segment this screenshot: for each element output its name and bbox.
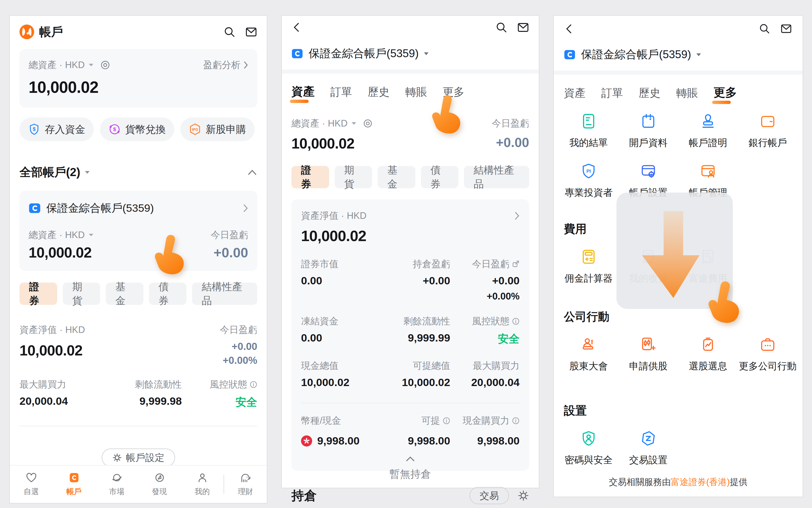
deposit-funds-button[interactable]: $ 存入資金: [19, 117, 94, 141]
gear-icon: [112, 453, 122, 462]
compass-icon: [154, 472, 165, 483]
net-assets-card[interactable]: 資產淨值 · HKD 10,000.02 證券市值 0.00 持倉盈虧 +0.0…: [291, 199, 529, 471]
tab-history[interactable]: 歷史: [639, 86, 660, 104]
all-accounts-header: 全部帳戶(2): [19, 164, 257, 180]
menu-password-security[interactable]: 密碼與安全: [559, 430, 618, 467]
menu-commission-calculator[interactable]: 佣金計算器: [559, 249, 618, 285]
frozen-funds-value: 0.00: [301, 332, 381, 344]
trade-button[interactable]: 交易: [469, 487, 509, 504]
search-icon[interactable]: [759, 23, 771, 35]
mail-icon[interactable]: [245, 26, 257, 38]
account-name: 保證金綜合帳戶(5359): [309, 46, 419, 61]
hk-flag-icon: [301, 435, 312, 447]
account-type-icon: [291, 48, 303, 59]
visibility-icon[interactable]: [100, 60, 111, 70]
margin-account-card[interactable]: 保證金綜合帳戶(5359) 總資產 · HKD 今日盈虧 10,000.02 +…: [19, 191, 257, 271]
total-assets-label[interactable]: 總資產 · HKD: [29, 59, 85, 71]
mail-icon[interactable]: [780, 23, 793, 35]
menu-account-proof[interactable]: 帳戶證明: [678, 113, 738, 149]
bank-card-icon: [760, 113, 776, 129]
nav-wealth[interactable]: 理財: [224, 472, 267, 497]
tab-transfer[interactable]: 轉賬: [676, 86, 698, 104]
menu-my-statements[interactable]: 我的結單: [559, 113, 618, 149]
position-pl-value: +0.00: [381, 274, 450, 287]
menu-professional-investor[interactable]: PI 專業投資者: [559, 163, 618, 199]
account-settings-button[interactable]: 帳戶設定: [102, 449, 175, 467]
settings-grid: 密碼與安全 交易設置: [559, 430, 798, 467]
account-asset-label[interactable]: 總資產 · HKD: [29, 229, 85, 241]
menu-account-info[interactable]: 開戶資料: [618, 113, 678, 149]
broker-link[interactable]: 富途證券(香港): [671, 477, 730, 487]
share-icon[interactable]: [512, 260, 520, 268]
menu-rights-subscription[interactable]: 申請供股: [618, 336, 678, 373]
chevron-down-icon: [696, 52, 702, 57]
tab-futures[interactable]: 期貨: [335, 166, 372, 188]
nav-watchlist[interactable]: 自選: [10, 472, 53, 497]
tab-funds[interactable]: 基金: [378, 166, 415, 188]
elephant-icon: [240, 472, 251, 483]
cash-total-value: 10,000.02: [301, 376, 381, 389]
corp-actions-section-title: 公司行動: [559, 309, 798, 324]
chevron-right-icon: [243, 204, 248, 213]
tab-bonds[interactable]: 債券: [149, 283, 187, 305]
card-gear-icon: [640, 163, 656, 179]
withdrawable-label: 可提總值: [381, 359, 450, 372]
nav-account[interactable]: 帳戶: [53, 472, 95, 497]
trade-settings-icon: [640, 430, 656, 447]
tab-orders[interactable]: 訂單: [330, 85, 352, 103]
nav-discover[interactable]: 發現: [138, 472, 181, 497]
nav-markets[interactable]: 市場: [95, 472, 138, 497]
tab-assets[interactable]: 資產: [564, 86, 586, 104]
gear-icon[interactable]: [518, 490, 529, 501]
screen-account-home: 帳戶 總資產 · HKD 盈虧分析 10,000.02: [9, 15, 267, 503]
chevron-down-icon: [84, 170, 90, 175]
frozen-funds-label: 凍結資金: [301, 315, 381, 328]
account-selector[interactable]: 保證金綜合帳戶(5359): [291, 46, 529, 61]
tab-structured[interactable]: 結構性產品: [192, 283, 257, 305]
tab-assets[interactable]: 資產: [291, 84, 315, 103]
screen-account-assets: 保證金綜合帳戶(5359) 資產 訂單 歷史 轉賬 更多 總資產 · HKD 1…: [281, 15, 539, 488]
max-buying-power-value: 20,000.04: [450, 376, 520, 389]
info-icon[interactable]: [512, 318, 520, 325]
menu-scrip-dividend[interactable]: 選股選息: [678, 336, 738, 373]
info-icon[interactable]: [443, 417, 450, 425]
detail-row-1: 證券市值 0.00 持倉盈虧 +0.00 今日盈虧 +0.00 +0.00%: [301, 258, 520, 302]
info-icon[interactable]: [250, 381, 257, 388]
tab-bonds[interactable]: 債券: [421, 166, 459, 188]
info-icon[interactable]: [512, 417, 520, 425]
tutorial-hand-cursor: [146, 231, 194, 279]
tab-funds[interactable]: 基金: [106, 283, 143, 305]
nav-me[interactable]: 我的: [181, 472, 224, 497]
tab-orders[interactable]: 訂單: [601, 86, 623, 104]
total-assets-label[interactable]: 總資產 · HKD: [291, 117, 348, 130]
pl-analysis-link[interactable]: 盈虧分析: [203, 59, 248, 71]
total-assets-card[interactable]: 總資產 · HKD 盈虧分析 10,000.02: [19, 49, 257, 108]
back-icon[interactable]: [291, 22, 303, 33]
search-icon[interactable]: [223, 26, 236, 38]
menu-trade-settings[interactable]: 交易設置: [618, 430, 678, 467]
ipo-subscription-button[interactable]: IPO 新股申購: [180, 117, 255, 141]
tab-securities[interactable]: 證券: [19, 283, 57, 305]
menu-more-corp-actions[interactable]: 更多公司行動: [738, 336, 798, 373]
tab-structured[interactable]: 結構性產品: [464, 166, 529, 188]
account-selector[interactable]: 保證金綜合帳戶(5359): [559, 47, 798, 62]
person-icon: [197, 472, 208, 483]
tab-more[interactable]: 更多: [714, 85, 737, 104]
positions-header: 持倉 交易: [291, 487, 529, 504]
account-type-icon: [29, 202, 41, 214]
cash-hkd-row[interactable]: 9,998.00 9,998.00 9,998.00: [301, 435, 520, 447]
tab-history[interactable]: 歷史: [368, 85, 390, 103]
all-accounts-title[interactable]: 全部帳戶(2): [19, 164, 80, 180]
mail-icon[interactable]: [517, 21, 529, 33]
visibility-icon[interactable]: [363, 118, 373, 129]
currency-exchange-button[interactable]: $ 貨幣兌換: [100, 117, 174, 141]
menu-bank-account[interactable]: 銀行帳戶: [738, 113, 798, 149]
search-icon[interactable]: [495, 21, 507, 33]
collapse-icon[interactable]: [247, 169, 257, 176]
collapse-icon[interactable]: [405, 456, 416, 462]
menu-shareholder-meeting[interactable]: 股東大會: [559, 336, 618, 373]
back-icon[interactable]: [564, 23, 575, 34]
remaining-liquidity-value: 9,999.99: [381, 332, 450, 344]
tab-securities[interactable]: 證券: [291, 166, 329, 188]
tab-futures[interactable]: 期貨: [63, 283, 100, 305]
